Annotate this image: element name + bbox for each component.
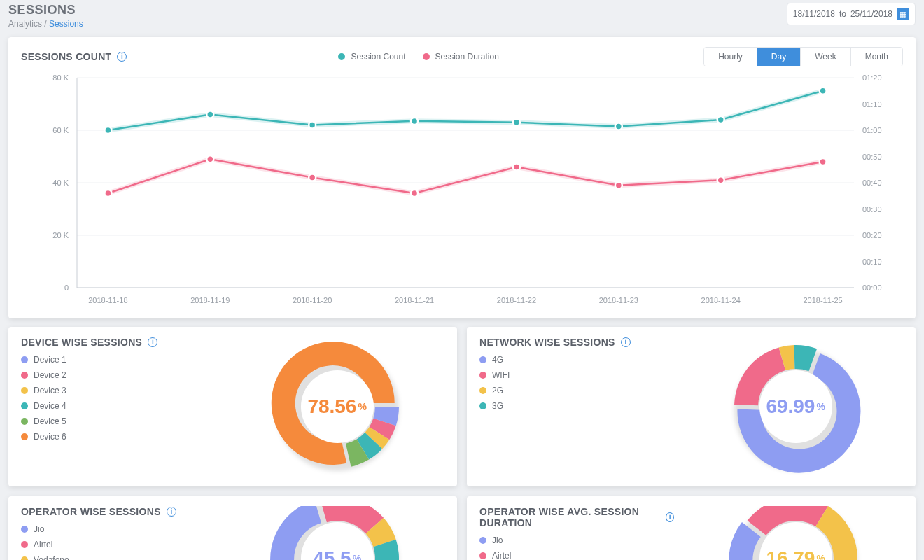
- svg-point-30: [411, 118, 418, 125]
- tab-month[interactable]: Month: [851, 48, 902, 66]
- operator-duration-legend: JioAirtelVodafoneAircel: [479, 536, 674, 560]
- device-title: DEVICE WISE SESSIONS: [21, 337, 142, 348]
- page-header: SESSIONS Analytics / Sessions 18/11/2018…: [8, 3, 916, 29]
- breadcrumb-current[interactable]: Sessions: [49, 19, 83, 29]
- sessions-count-card: SESSIONS COUNT i Session Count Session D…: [8, 37, 916, 318]
- network-legend: 4GWIFI2G3G: [479, 355, 674, 411]
- svg-text:2018-11-20: 2018-11-20: [293, 296, 332, 304]
- svg-text:2018-11-25: 2018-11-25: [803, 296, 842, 304]
- legend-item: Jio: [21, 524, 216, 534]
- svg-text:00:30: 00:30: [862, 205, 882, 214]
- svg-point-31: [513, 119, 520, 126]
- tab-hourly[interactable]: Hourly: [704, 48, 757, 66]
- operator-duration-donut: 16.79%: [726, 506, 866, 560]
- svg-text:01:20: 01:20: [862, 74, 882, 82]
- svg-point-29: [309, 122, 316, 129]
- operator-sessions-card: OPERATOR WISE SESSIONSi JioAirtelVodafon…: [8, 496, 457, 560]
- device-donut: 78.56%: [267, 337, 407, 477]
- svg-point-40: [615, 182, 622, 189]
- network-title: NETWORK WISE SESSIONS: [479, 337, 615, 348]
- legend-dot: [21, 402, 28, 410]
- legend-item: Device 5: [21, 416, 216, 426]
- legend-item: Jio: [479, 536, 674, 545]
- svg-point-37: [309, 174, 316, 181]
- svg-text:2018-11-22: 2018-11-22: [497, 296, 536, 304]
- legend-dot: [479, 372, 486, 379]
- breadcrumb: Analytics / Sessions: [8, 19, 83, 29]
- page-title: SESSIONS: [8, 3, 83, 18]
- date-to-word: to: [839, 9, 846, 19]
- info-icon[interactable]: i: [621, 337, 631, 347]
- svg-text:80 K: 80 K: [52, 74, 69, 82]
- breadcrumb-separator: /: [42, 19, 49, 29]
- legend-dot: [21, 372, 28, 379]
- svg-text:00:40: 00:40: [862, 178, 882, 187]
- legend-item: Airtel: [479, 551, 674, 560]
- device-legend: Device 1Device 2Device 3Device 4Device 5…: [21, 355, 216, 442]
- svg-point-38: [411, 190, 418, 197]
- info-icon[interactable]: i: [167, 507, 176, 517]
- sessions-count-title: SESSIONS COUNT: [21, 51, 111, 62]
- legend-dot: [479, 402, 486, 410]
- svg-point-35: [104, 190, 111, 197]
- legend-item: Airtel: [21, 540, 216, 550]
- legend-item: Device 4: [21, 401, 216, 411]
- legend-item: Device 2: [21, 370, 216, 380]
- card-title-row: SESSIONS COUNT i: [21, 51, 127, 62]
- legend-dot: [21, 356, 28, 363]
- sessions-line-chart: 020 K40 K60 K80 K00:0000:1000:2000:3000:…: [21, 71, 903, 309]
- operator-duration-title: OPERATOR WISE AVG. SESSION DURATION: [479, 506, 660, 528]
- operator-sessions-title: OPERATOR WISE SESSIONS: [21, 506, 161, 517]
- svg-text:01:10: 01:10: [862, 100, 882, 108]
- info-icon[interactable]: i: [666, 512, 674, 522]
- legend-item: Device 3: [21, 386, 216, 396]
- device-wise-card: DEVICE WISE SESSIONSi Device 1Device 2De…: [8, 327, 457, 486]
- svg-point-27: [104, 127, 111, 134]
- svg-text:20 K: 20 K: [52, 231, 69, 239]
- legend-item: 2G: [479, 386, 674, 396]
- svg-text:40 K: 40 K: [52, 178, 69, 187]
- tab-day[interactable]: Day: [757, 48, 801, 66]
- sessions-legend: Session Count Session Duration: [338, 52, 498, 62]
- legend-dot: [479, 356, 486, 363]
- tab-week[interactable]: Week: [801, 48, 850, 66]
- time-granularity-tabs: Hourly Day Week Month: [704, 47, 903, 66]
- date-to: 25/11/2018: [850, 9, 892, 19]
- svg-text:2018-11-24: 2018-11-24: [701, 296, 741, 304]
- svg-text:2018-11-18: 2018-11-18: [88, 296, 127, 304]
- dot-teal: [338, 53, 345, 60]
- legend-session-count: Session Count: [338, 52, 405, 62]
- legend-dot: [21, 541, 28, 548]
- svg-text:00:10: 00:10: [862, 258, 882, 266]
- operator-duration-card: OPERATOR WISE AVG. SESSION DURATIONi Jio…: [467, 496, 916, 560]
- svg-text:2018-11-21: 2018-11-21: [395, 296, 434, 304]
- legend-item: Device 6: [21, 432, 216, 442]
- svg-point-32: [615, 122, 622, 130]
- legend-item: 3G: [479, 401, 674, 411]
- network-wise-card: NETWORK WISE SESSIONSi 4GWIFI2G3G 69.99%: [467, 327, 916, 486]
- svg-text:00:20: 00:20: [862, 231, 882, 239]
- legend-dot: [21, 387, 28, 394]
- legend-dot: [21, 556, 28, 560]
- legend-dot: [479, 552, 486, 559]
- svg-text:2018-11-23: 2018-11-23: [599, 296, 638, 304]
- operator-sessions-donut: 45.5%: [267, 506, 407, 560]
- legend-dot: [21, 526, 28, 533]
- breadcrumb-root: Analytics: [8, 19, 42, 29]
- title-block: SESSIONS Analytics / Sessions: [8, 3, 83, 29]
- legend-dot: [21, 433, 28, 440]
- svg-text:2018-11-19: 2018-11-19: [190, 296, 230, 304]
- svg-point-33: [718, 116, 724, 123]
- info-icon[interactable]: i: [148, 337, 158, 347]
- dot-pink: [423, 53, 430, 60]
- svg-point-41: [718, 176, 724, 183]
- svg-point-28: [206, 111, 214, 118]
- legend-item: Device 1: [21, 355, 216, 365]
- svg-text:00:00: 00:00: [862, 284, 882, 292]
- svg-point-39: [513, 164, 520, 171]
- date-range-picker[interactable]: 18/11/2018 to 25/11/2018 ▦: [787, 3, 916, 25]
- svg-text:00:50: 00:50: [862, 153, 882, 161]
- info-icon[interactable]: i: [117, 52, 127, 62]
- calendar-icon: ▦: [897, 8, 909, 20]
- legend-dot: [21, 418, 28, 425]
